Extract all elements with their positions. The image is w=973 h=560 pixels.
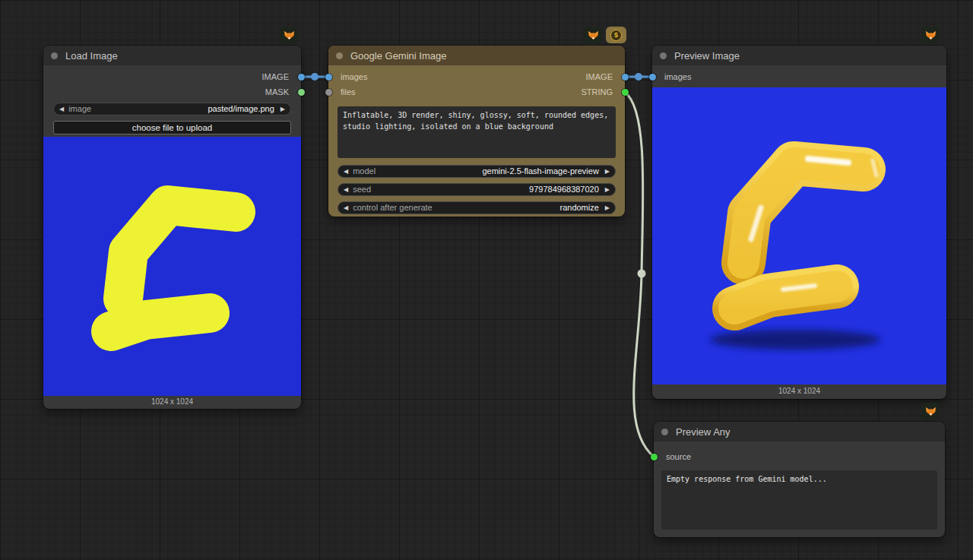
node-preview-image[interactable]: Preview Image images: [652, 46, 946, 399]
node-header[interactable]: Preview Any: [654, 422, 945, 441]
input-port-files[interactable]: [325, 89, 332, 96]
fox-icon: [588, 30, 599, 40]
node-title: Google Gemini Image: [350, 50, 446, 62]
prev-arrow-icon[interactable]: ◀: [344, 184, 348, 195]
node-header[interactable]: Google Gemini Image: [328, 46, 625, 65]
widget-label: control after generate: [353, 202, 433, 214]
prev-arrow-icon[interactable]: ◀: [344, 166, 348, 177]
preview-any-output-text: Empty response from Gemini model...: [661, 470, 937, 530]
wire-midpoint-dot[interactable]: [311, 73, 319, 81]
widget-label: image: [68, 103, 91, 115]
seed-widget[interactable]: ◀ seed 979784968387020 ▶: [338, 183, 616, 196]
prompt-text-input[interactable]: Inflatable, 3D render, shiny, glossy, so…: [338, 106, 616, 158]
output-label-string: STRING: [581, 87, 613, 97]
fox-badge[interactable]: [921, 27, 940, 43]
output-port-image[interactable]: [622, 74, 629, 81]
node-google-gemini-image[interactable]: $ Google Gemini Image images files IMAGE…: [328, 46, 625, 217]
widget-value: 979784968387020: [529, 184, 599, 195]
output-label-image: IMAGE: [586, 71, 613, 82]
output-label-mask: MASK: [265, 87, 289, 97]
generated-image-preview: [652, 87, 946, 384]
image-size-caption: 1024 x 1024: [43, 397, 301, 406]
next-arrow-icon[interactable]: ▶: [605, 202, 610, 214]
fox-badge[interactable]: [584, 27, 602, 43]
output-port-mask[interactable]: [298, 89, 305, 96]
image-size-caption: 1024 x 1024: [652, 387, 946, 395]
node-load-image[interactable]: Load Image IMAGE MASK ◀ image pasted/ima…: [43, 46, 301, 409]
fox-badge[interactable]: [921, 403, 940, 419]
node-graph-canvas[interactable]: Load Image IMAGE MASK ◀ image pasted/ima…: [0, 0, 973, 560]
widget-value: pasted/image.png: [208, 103, 274, 115]
collapse-dot-icon[interactable]: [51, 52, 58, 59]
dollar-icon: $: [610, 30, 622, 41]
node-title: Preview Image: [674, 50, 740, 62]
input-port-images[interactable]: [325, 74, 332, 81]
widget-label: model: [353, 166, 376, 177]
inflatable-logo-image: [652, 87, 946, 384]
widget-value: gemini-2.5-flash-image-preview: [482, 166, 598, 177]
widget-value: randomize: [559, 202, 598, 214]
choose-file-button[interactable]: choose file to upload: [53, 121, 291, 134]
collapse-dot-icon[interactable]: [661, 429, 668, 435]
next-arrow-icon[interactable]: ▶: [605, 184, 610, 195]
loaded-image-preview: [43, 137, 301, 396]
node-title: Preview Any: [676, 426, 731, 438]
node-header[interactable]: Preview Image: [652, 46, 946, 65]
node-header[interactable]: Load Image: [43, 46, 301, 65]
wire-midpoint-dot[interactable]: [638, 270, 646, 278]
prev-arrow-icon[interactable]: ◀: [59, 103, 64, 115]
dollar-badge[interactable]: $: [606, 27, 626, 43]
wire-string-gemini-to-preview-any: [625, 92, 654, 457]
output-label-image: IMAGE: [262, 71, 289, 82]
input-label-images: images: [341, 71, 367, 82]
collapse-dot-icon[interactable]: [336, 52, 343, 59]
model-widget[interactable]: ◀ model gemini-2.5-flash-image-preview ▶: [338, 165, 616, 178]
fox-icon: [925, 407, 937, 416]
next-arrow-icon[interactable]: ▶: [280, 103, 285, 115]
node-title: Load Image: [65, 50, 118, 62]
input-label-files: files: [341, 87, 356, 97]
input-port-images[interactable]: [649, 74, 656, 81]
fox-icon: [925, 30, 937, 40]
collapse-dot-icon[interactable]: [660, 52, 667, 59]
fox-badge[interactable]: [280, 27, 298, 43]
control-after-generate-widget[interactable]: ◀ control after generate randomize ▶: [338, 201, 616, 214]
fox-icon: [284, 30, 295, 40]
wire-midpoint-dot[interactable]: [635, 73, 642, 81]
input-label-source: source: [666, 451, 691, 462]
input-label-images: images: [664, 71, 691, 82]
output-port-image[interactable]: [298, 74, 305, 81]
image-file-widget[interactable]: ◀ image pasted/image.png ▶: [53, 103, 291, 115]
output-port-string[interactable]: [622, 89, 629, 96]
flat-logo-image: [43, 137, 301, 396]
next-arrow-icon[interactable]: ▶: [605, 166, 610, 177]
prev-arrow-icon[interactable]: ◀: [344, 202, 348, 214]
widget-label: seed: [353, 184, 371, 195]
node-preview-any[interactable]: Preview Any source Empty response from G…: [654, 422, 945, 537]
input-port-source[interactable]: [651, 454, 658, 460]
